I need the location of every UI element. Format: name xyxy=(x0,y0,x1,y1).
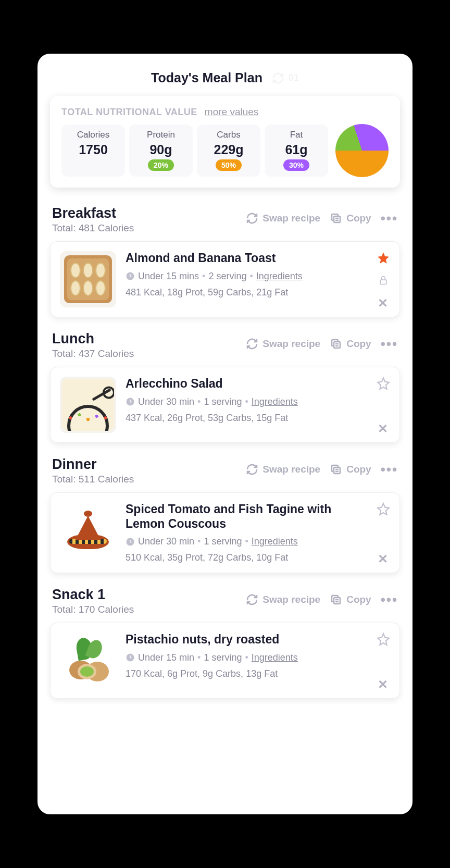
recipe-time: Under 15 min xyxy=(138,652,194,663)
more-menu-button[interactable]: ••• xyxy=(381,463,398,476)
app-frame: Today's Meal Plan 01 TOTAL NUTRITIONAL V… xyxy=(38,54,413,814)
meal-dinner: Dinner Total: 511 Calories Swap recipe C… xyxy=(50,456,400,573)
nutri-value: 61g xyxy=(285,142,307,157)
recipe-title: Spiced Tomato and Fish Tagine with Lemon… xyxy=(126,502,367,531)
nutri-value: 1750 xyxy=(79,142,108,157)
lock-icon[interactable] xyxy=(378,274,389,287)
nutri-label: Protein xyxy=(147,130,175,140)
meal-lunch: Lunch Total: 437 Calories Swap recipe Co… xyxy=(50,331,400,443)
swap-icon xyxy=(246,593,258,606)
recipe-time: Under 30 min xyxy=(138,536,194,547)
recipe-title: Almond and Banana Toast xyxy=(126,251,367,266)
copy-button[interactable]: Copy xyxy=(330,338,371,350)
swap-label: Swap recipe xyxy=(262,338,320,350)
nutri-value: 229g xyxy=(214,142,244,157)
more-menu-button[interactable]: ••• xyxy=(381,212,398,225)
recipe-nutrition: 510 Kcal, 35g Prot, 72g Carbs, 10g Fat xyxy=(126,552,367,563)
nutri-calories: Calories 1750 xyxy=(61,125,125,177)
ingredients-link[interactable]: Ingredients xyxy=(252,536,298,547)
swap-recipe-button[interactable]: Swap recipe xyxy=(246,212,320,225)
swap-icon xyxy=(246,212,258,225)
nutrition-card: TOTAL NUTRITIONAL VALUE more values Calo… xyxy=(50,96,400,188)
clock-icon xyxy=(126,397,135,406)
header-badge-text: 01 xyxy=(289,72,299,83)
ingredients-link[interactable]: Ingredients xyxy=(252,652,298,663)
macro-pie-chart xyxy=(335,124,389,177)
recipe-card[interactable]: Almond and Banana Toast Under 15 mins • … xyxy=(50,241,400,317)
meal-title: Snack 1 xyxy=(52,587,134,603)
svg-rect-2 xyxy=(380,280,386,284)
copy-label: Copy xyxy=(346,213,371,224)
recipe-card[interactable]: Arlecchino Salad Under 30 min • 1 servin… xyxy=(50,367,400,443)
more-values-link[interactable]: more values xyxy=(205,106,259,118)
star-icon[interactable] xyxy=(377,633,390,646)
nutri-label: Carbs xyxy=(217,130,240,140)
meal-snack-1: Snack 1 Total: 170 Calories Swap recipe … xyxy=(50,587,400,699)
recipe-image xyxy=(60,377,116,433)
swap-label: Swap recipe xyxy=(262,594,320,605)
copy-button[interactable]: Copy xyxy=(330,212,371,225)
star-icon[interactable] xyxy=(377,377,390,390)
remove-button[interactable]: ✕ xyxy=(378,552,389,563)
page-header: Today's Meal Plan 01 xyxy=(50,70,400,85)
clock-icon xyxy=(126,537,135,547)
recipe-card[interactable]: Pistachio nuts, dry roasted Under 15 min… xyxy=(50,623,400,699)
clock-icon xyxy=(126,271,135,281)
svg-rect-5 xyxy=(334,467,340,474)
recipe-card[interactable]: Spiced Tomato and Fish Tagine with Lemon… xyxy=(50,492,400,573)
swap-label: Swap recipe xyxy=(262,464,320,475)
copy-button[interactable]: Copy xyxy=(330,593,371,606)
meal-breakfast: Breakfast Total: 481 Calories Swap recip… xyxy=(50,205,400,317)
meal-title: Breakfast xyxy=(52,205,134,221)
remove-button[interactable]: ✕ xyxy=(378,421,389,433)
nutri-value: 90g xyxy=(149,142,172,157)
more-menu-button[interactable]: ••• xyxy=(381,593,398,606)
header-badge: 01 xyxy=(272,72,299,84)
nutri-fat: Fat 61g 30% xyxy=(265,125,328,177)
nutrition-title: TOTAL NUTRITIONAL VALUE xyxy=(61,107,197,118)
swap-recipe-button[interactable]: Swap recipe xyxy=(246,593,320,606)
recipe-servings: 1 serving xyxy=(204,652,242,663)
nutri-carbs: Carbs 229g 50% xyxy=(197,125,260,177)
page-title: Today's Meal Plan xyxy=(151,70,262,85)
copy-icon xyxy=(330,463,342,476)
copy-button[interactable]: Copy xyxy=(330,463,371,476)
copy-label: Copy xyxy=(346,594,371,605)
svg-rect-7 xyxy=(334,598,340,604)
meal-total: Total: 481 Calories xyxy=(52,222,134,234)
ingredients-link[interactable]: Ingredients xyxy=(256,271,303,282)
more-menu-button[interactable]: ••• xyxy=(381,337,398,351)
copy-icon xyxy=(330,212,342,225)
recipe-title: Arlecchino Salad xyxy=(126,377,367,391)
star-icon[interactable] xyxy=(377,251,390,265)
swap-recipe-button[interactable]: Swap recipe xyxy=(246,463,320,476)
copy-label: Copy xyxy=(346,464,371,475)
nutri-pct: 30% xyxy=(283,159,309,171)
remove-button[interactable]: ✕ xyxy=(378,296,389,307)
nutri-protein: Protein 90g 20% xyxy=(129,125,193,177)
recipe-servings: 1 serving xyxy=(204,536,242,547)
swap-recipe-button[interactable]: Swap recipe xyxy=(246,338,320,350)
copy-icon xyxy=(330,338,342,350)
nutri-pct: 50% xyxy=(216,159,242,171)
recipe-nutrition: 481 Kcal, 18g Prot, 59g Carbs, 21g Fat xyxy=(126,287,367,298)
swap-icon xyxy=(246,338,258,350)
meal-total: Total: 437 Calories xyxy=(52,348,134,359)
recipe-image xyxy=(60,633,116,689)
svg-rect-3 xyxy=(334,342,340,348)
remove-button[interactable]: ✕ xyxy=(378,677,389,689)
nutri-label: Calories xyxy=(77,130,109,140)
recipe-servings: 1 serving xyxy=(204,396,242,407)
meal-total: Total: 511 Calories xyxy=(52,474,134,485)
star-icon[interactable] xyxy=(377,502,390,516)
swap-icon xyxy=(246,463,258,476)
recipe-time: Under 30 min xyxy=(138,396,194,407)
nutri-label: Fat xyxy=(290,130,303,140)
meal-total: Total: 170 Calories xyxy=(52,604,134,615)
meal-title: Dinner xyxy=(52,456,134,473)
swap-label: Swap recipe xyxy=(262,213,320,224)
ingredients-link[interactable]: Ingredients xyxy=(252,396,298,407)
refresh-icon xyxy=(272,72,284,84)
svg-rect-0 xyxy=(334,216,340,222)
recipe-nutrition: 437 Kcal, 26g Prot, 53g Carbs, 15g Fat xyxy=(126,413,367,424)
